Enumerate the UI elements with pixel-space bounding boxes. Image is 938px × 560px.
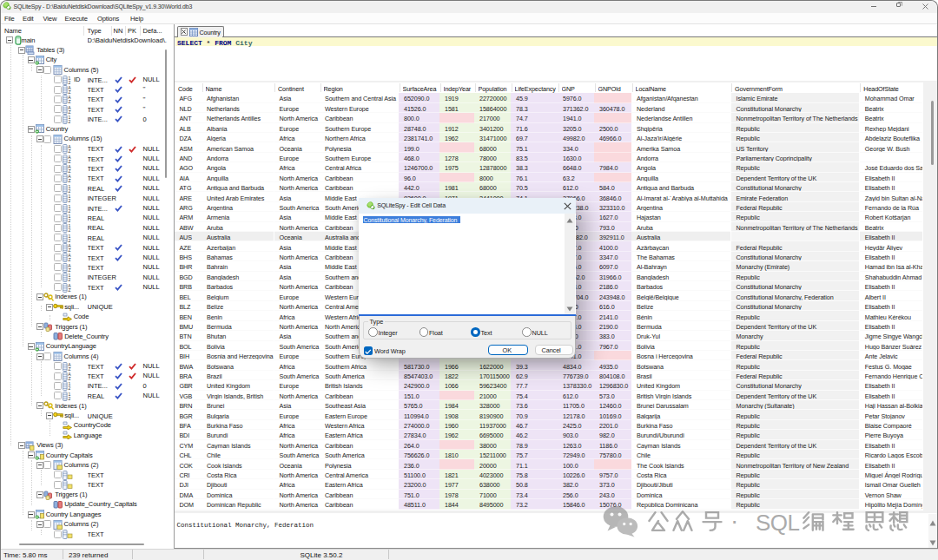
svg-text:2: 2 — [69, 396, 71, 401]
svg-text:2: 2 — [69, 228, 71, 234]
svg-text:Z: Z — [69, 179, 71, 184]
svg-text:2: 2 — [69, 80, 71, 85]
svg-text:2: 2 — [69, 119, 71, 124]
svg-text:2: 2 — [69, 386, 71, 392]
svg-text:Z: Z — [69, 109, 71, 115]
svg-text:2: 2 — [69, 188, 71, 194]
svg-text:Z: Z — [69, 168, 71, 174]
svg-text:Z: Z — [69, 247, 71, 253]
svg-text:Z: Z — [69, 376, 71, 381]
svg-text:2: 2 — [69, 238, 71, 243]
svg-text:2: 2 — [69, 278, 71, 283]
svg-text:Z: Z — [69, 89, 71, 95]
svg-text:2: 2 — [69, 208, 71, 214]
svg-text:2: 2 — [69, 199, 71, 204]
svg-text:Z: Z — [69, 287, 71, 293]
svg-text:Z: Z — [69, 100, 71, 105]
svg-text:Z: Z — [69, 159, 71, 164]
svg-text:Z: Z — [69, 267, 71, 273]
svg-text:Z: Z — [69, 149, 71, 155]
svg-text:Z: Z — [69, 366, 71, 372]
svg-text:Z: Z — [69, 258, 71, 263]
svg-text:2: 2 — [69, 218, 71, 223]
